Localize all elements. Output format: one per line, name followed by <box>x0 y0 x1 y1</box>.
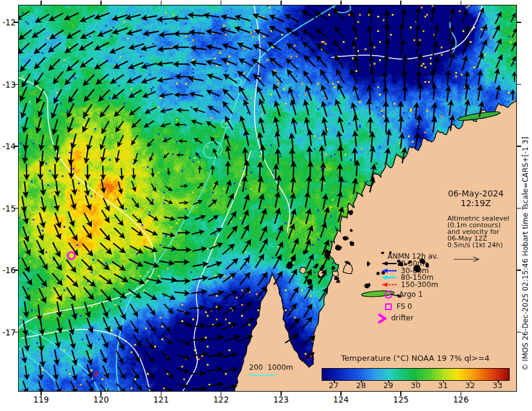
copyright-vertical-text: © IMOS 26-Dec-2025 02:15:46 Hobart time … <box>521 137 530 371</box>
lon-tick-label: 123 <box>273 395 289 404</box>
colorbar-tick-label: 27 <box>329 381 339 390</box>
lon-tick-label: 124 <box>333 395 349 404</box>
tick-mark <box>461 1 462 5</box>
lat-tick-label: -13 <box>0 80 16 89</box>
tick-mark <box>100 1 102 5</box>
lon-tick-label: 120 <box>93 395 109 404</box>
temperature-colorbar <box>322 368 510 381</box>
lon-tick-label: 122 <box>213 395 229 404</box>
tick-mark <box>221 1 222 5</box>
lon-tick-label: 119 <box>33 395 49 404</box>
tick-mark <box>340 1 342 5</box>
depth-label: 150-300m <box>401 280 438 289</box>
colorbar-tick-label: 28 <box>356 381 366 390</box>
lon-tick-label: 125 <box>393 395 409 404</box>
lon-tick-label: 121 <box>154 395 169 404</box>
tick-mark <box>41 1 42 5</box>
tick-mark <box>400 1 401 5</box>
tick-mark <box>517 22 521 23</box>
velocity-scale-arrow-icon <box>453 256 481 263</box>
drifter-chevron-icon <box>377 313 388 324</box>
argo-legend-label: Argo 1 <box>399 290 423 299</box>
tick-mark <box>517 84 521 85</box>
lat-tick-label: -16 <box>0 265 16 275</box>
tick-mark <box>281 1 282 5</box>
anmn-depth-legend: 0-30m 30-80m 80-150m 150-300m <box>381 260 438 288</box>
colorbar-tick-label: 33 <box>493 381 503 390</box>
anmn-depth-row: 150-300m <box>381 281 438 288</box>
depth-arrow-icon <box>381 282 398 288</box>
tick-mark <box>161 1 162 5</box>
colorbar-tick-label: 29 <box>383 381 394 390</box>
colorbar-tick-label: 30 <box>410 381 421 390</box>
depth-arrow-icon <box>381 274 398 280</box>
depth-arrow-icon <box>381 268 398 274</box>
fs-mooring-icon <box>385 303 392 310</box>
time-line: 12:19Z <box>436 198 515 208</box>
tick-mark <box>517 208 521 209</box>
bathymetry-contour-sample <box>249 375 276 376</box>
annotation-line: 0.5m/s (1kt 24h) <box>447 242 509 249</box>
lat-tick-label: -17 <box>0 328 16 337</box>
altimetric-annotation: Altimetric sealevel (0.1m contours) and … <box>447 216 509 249</box>
colorbar-title: Temperature (°C) NOAA 19 7% ql>=4 <box>322 354 509 363</box>
imos-ocean-current-map: 119120121122123124125126-12-13-14-15-16-… <box>0 0 532 411</box>
depth-arrow-icon <box>381 261 398 267</box>
fs-legend-label: FS 0 <box>397 302 412 311</box>
tick-mark <box>517 270 521 271</box>
tick-mark <box>517 146 521 147</box>
drifter-legend-label: drifter <box>391 314 414 323</box>
tick-mark <box>517 332 521 333</box>
lat-tick-label: -14 <box>0 141 16 151</box>
colorbar-tick-label: 31 <box>438 381 448 390</box>
lat-tick-label: -15 <box>0 204 16 213</box>
bathymetry-legend-label: 200 1000m <box>249 363 293 372</box>
date-line: 06-May-2024 <box>436 189 515 198</box>
timestamp-annotation: 06-May-2024 12:19Z <box>436 189 515 208</box>
lon-tick-label: 126 <box>453 395 469 404</box>
colorbar-tick-label: 32 <box>465 381 476 390</box>
lat-tick-label: -12 <box>0 18 16 27</box>
